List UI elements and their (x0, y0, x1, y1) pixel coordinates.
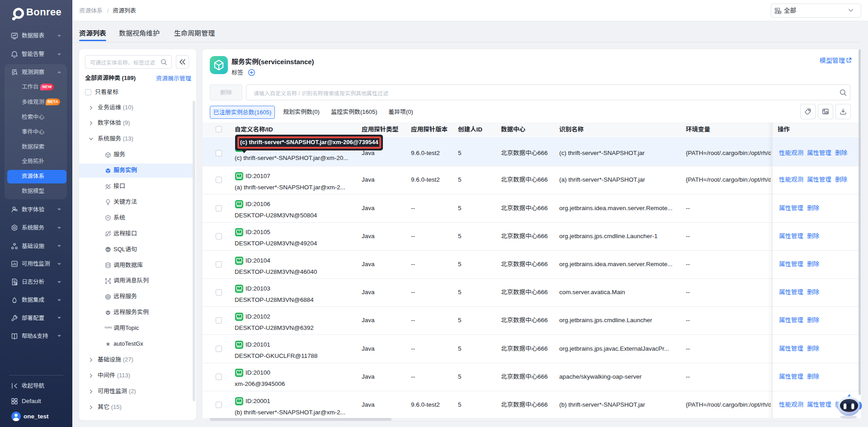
svg-text:SQL: SQL (106, 249, 110, 251)
